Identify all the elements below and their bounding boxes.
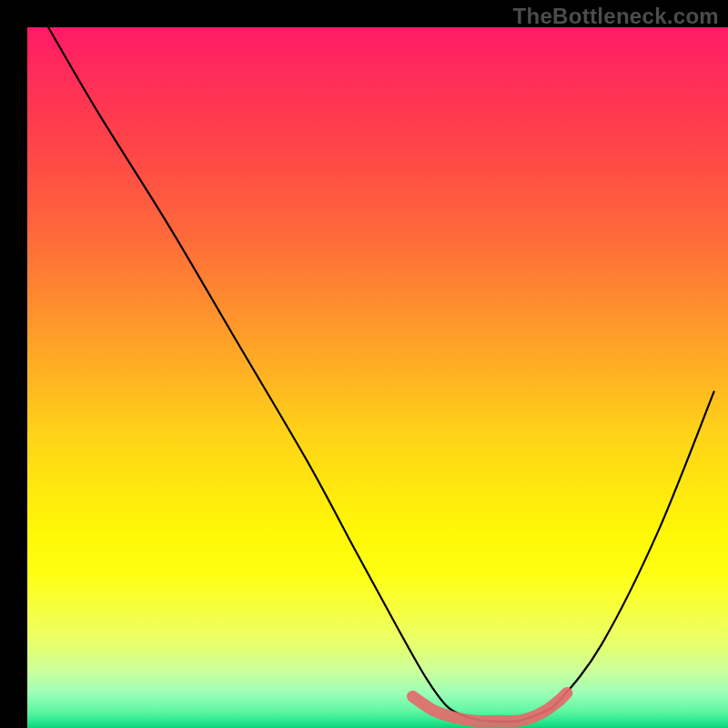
watermark-text: TheBottleneck.com (513, 4, 719, 29)
curve-layer (27, 27, 728, 728)
plot-area (27, 27, 728, 728)
trough-highlight (413, 693, 567, 722)
bottleneck-curve (48, 27, 714, 722)
chart-frame: TheBottleneck.com (0, 0, 728, 728)
